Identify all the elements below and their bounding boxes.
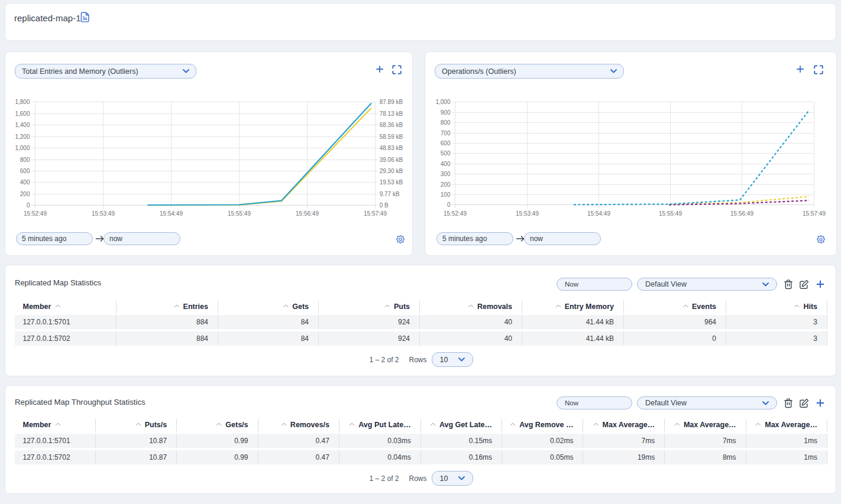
svg-text:29.30 kB: 29.30 kB: [380, 168, 403, 174]
svg-text:1,800: 1,800: [15, 99, 30, 105]
svg-text:15:52:49: 15:52:49: [24, 210, 47, 217]
svg-text:9.77 kB: 9.77 kB: [380, 191, 400, 197]
svg-text:15:54:49: 15:54:49: [160, 210, 183, 217]
svg-text:15:57:49: 15:57:49: [364, 210, 387, 217]
svg-text:1,200: 1,200: [15, 134, 30, 140]
svg-text:900: 900: [441, 109, 451, 116]
svg-text:15:54:49: 15:54:49: [587, 210, 610, 217]
svg-text:1,000: 1,000: [435, 99, 450, 105]
svg-text:1,400: 1,400: [15, 122, 30, 128]
svg-text:400: 400: [441, 161, 451, 167]
svg-text:68.36 kB: 68.36 kB: [380, 122, 403, 128]
svg-text:100: 100: [441, 191, 451, 198]
svg-text:39.06 kB: 39.06 kB: [380, 157, 403, 163]
svg-text:500: 500: [441, 150, 451, 157]
svg-text:15:55:49: 15:55:49: [228, 210, 251, 217]
svg-text:48.83 kB: 48.83 kB: [380, 145, 403, 151]
svg-text:800: 800: [20, 157, 30, 163]
svg-text:15:55:49: 15:55:49: [659, 210, 682, 217]
svg-text:200: 200: [441, 181, 451, 188]
svg-text:15:53:49: 15:53:49: [92, 210, 115, 217]
svg-text:300: 300: [441, 171, 451, 177]
svg-text:58.59 kB: 58.59 kB: [380, 134, 403, 140]
svg-text:19.53 kB: 19.53 kB: [380, 179, 403, 186]
svg-text:15:52:49: 15:52:49: [444, 210, 467, 217]
svg-text:800: 800: [441, 119, 451, 126]
svg-text:15:57:49: 15:57:49: [803, 210, 826, 217]
svg-text:15:53:49: 15:53:49: [516, 210, 539, 217]
svg-text:600: 600: [441, 140, 451, 147]
svg-text:0: 0: [27, 202, 30, 209]
svg-text:200: 200: [20, 191, 30, 197]
svg-text:1,600: 1,600: [15, 110, 30, 117]
svg-text:87.89 kB: 87.89 kB: [380, 99, 403, 105]
svg-text:0 B: 0 B: [380, 202, 389, 209]
svg-text:1,000: 1,000: [15, 145, 30, 151]
svg-text:600: 600: [20, 168, 30, 174]
svg-text:15:56:49: 15:56:49: [296, 210, 319, 217]
svg-text:400: 400: [20, 179, 30, 186]
svg-text:700: 700: [441, 130, 451, 136]
svg-text:15:56:49: 15:56:49: [730, 210, 753, 217]
svg-text:0: 0: [447, 201, 451, 208]
svg-text:78.13 kB: 78.13 kB: [380, 110, 403, 117]
